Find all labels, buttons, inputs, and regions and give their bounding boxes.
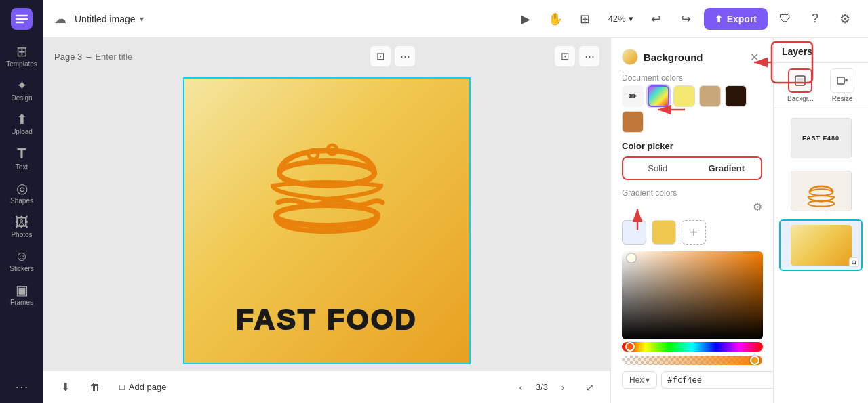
hex-format-button[interactable]: Hex ▾ (622, 371, 657, 389)
expand-button[interactable]: ⤢ (580, 378, 599, 397)
download-button[interactable]: ⬇ (54, 377, 76, 398)
redo-button[interactable]: ↪ (674, 7, 698, 31)
doc-title[interactable]: Untitled image ▾ (75, 14, 144, 24)
hex-format-label: Hex (629, 375, 644, 385)
sidebar-item-more[interactable]: ⋯ (3, 376, 41, 398)
undo-button[interactable]: ↩ (644, 7, 669, 31)
solid-gradient-tabs: Solid Gradient (622, 156, 762, 180)
next-page-button[interactable]: › (553, 378, 572, 397)
sidebar-item-stickers[interactable]: ☺ Stickers (3, 245, 41, 276)
layer-item-text[interactable]: FAST F480 (779, 114, 863, 163)
gradient-stops-row: ⚙ (622, 200, 762, 213)
color-picker-area[interactable] (622, 251, 762, 339)
doc-title-chevron-icon: ▾ (140, 14, 144, 24)
panel-header: Background ✕ (622, 49, 762, 65)
yellow-swatch[interactable] (673, 85, 695, 107)
background-tool-button[interactable] (788, 68, 812, 93)
color-picker-section: Color picker Solid Gradient Gradient col… (622, 141, 762, 389)
gradient-tab[interactable]: Gradient (692, 158, 762, 179)
more-icon: ⋯ (15, 380, 28, 394)
help-button[interactable]: ? (803, 7, 827, 31)
gradient-settings-icon[interactable]: ⚙ (753, 200, 762, 213)
sidebar-item-templates[interactable]: ⊞ Templates (3, 41, 41, 72)
color-gradient-canvas[interactable] (622, 251, 763, 339)
burger-illustration (252, 99, 401, 248)
close-panel-button[interactable]: ✕ (746, 49, 762, 65)
document-colors-section: Document colors ✏ (622, 73, 762, 133)
canvas-content[interactable]: FAST FOOD (43, 38, 610, 403)
add-page-icon: □ (119, 382, 125, 392)
layer-item-background[interactable]: ⊡ (779, 219, 863, 271)
fit-screen-button[interactable]: ⊡ (370, 46, 391, 66)
page-more-button[interactable]: ⋯ (579, 46, 599, 66)
sidebar-item-shapes[interactable]: ◎ Shapes (3, 177, 41, 209)
add-gradient-stop-button[interactable]: + (682, 220, 706, 245)
gradient-stop-yellow[interactable] (652, 220, 676, 245)
main-area: Page 3 – ⊡ ⋯ ⊡ ⋯ (43, 38, 868, 403)
background-tool-group: Backgr... (787, 68, 814, 102)
frames-icon: ▣ (16, 283, 28, 297)
dark-brown-swatch[interactable] (725, 85, 747, 107)
layers-header: Layers (774, 38, 868, 63)
layer-thumb-text: FAST F480 (791, 118, 852, 158)
trash-button[interactable]: 🗑 (84, 377, 106, 398)
layers-title: Layers (782, 46, 812, 57)
page-nav: ‹ 3/3 › (511, 378, 572, 397)
shield-button[interactable]: 🛡 (773, 7, 797, 31)
upload-icon: ⬆ (16, 112, 28, 126)
add-page-button[interactable]: □ Add page (114, 379, 172, 395)
alpha-thumb (750, 356, 760, 365)
text-label: Text (16, 163, 28, 171)
stickers-label: Stickers (9, 265, 34, 272)
logo-button[interactable] (8, 5, 35, 33)
hue-slider[interactable] (622, 342, 763, 352)
zoom-selector[interactable]: 42% ▾ (603, 11, 639, 26)
resize-tool-button[interactable] (830, 68, 854, 93)
shapes-label: Shapes (10, 197, 33, 205)
page-title-input[interactable] (95, 51, 209, 62)
more-options-button[interactable]: ⋯ (395, 46, 415, 66)
page-current: 3 (536, 382, 540, 392)
fast-food-text: FAST FOOD (236, 303, 417, 336)
solid-tab[interactable]: Solid (623, 158, 692, 179)
sidebar-item-frames[interactable]: ▣ Frames (3, 279, 41, 310)
cursor-tool-button[interactable]: ▶ (513, 7, 538, 31)
design-icon: ✦ (16, 79, 28, 92)
sidebar-item-photos[interactable]: 🖼 Photos (3, 211, 41, 242)
design-label: Design (11, 94, 32, 102)
medium-brown-swatch[interactable] (622, 111, 644, 133)
settings-button[interactable]: ⚙ (833, 7, 857, 31)
page-context-button[interactable]: ⊡ (555, 46, 575, 66)
background-color-preview (622, 49, 638, 65)
stickers-icon: ☺ (15, 249, 28, 263)
sidebar-item-design[interactable]: ✦ Design (3, 75, 41, 106)
page-count: 3/3 (536, 382, 548, 392)
top-bar: ☁ Untitled image ▾ ▶ ✋ ⊞ 42% ▾ ↩ ↪ ⬆ Exp… (43, 0, 868, 38)
background-layer-badge: ⊡ (849, 257, 859, 267)
sidebar-item-text[interactable]: T Text (3, 142, 41, 175)
layout-button[interactable]: ⊞ (573, 7, 597, 31)
hand-tool-button[interactable]: ✋ (543, 7, 568, 31)
layer-thumb-background (791, 225, 852, 266)
color-picker-label: Color picker (622, 141, 762, 151)
templates-icon: ⊞ (16, 45, 28, 58)
export-button[interactable]: ⬆ Export (704, 8, 768, 30)
layer-tools: Backgr... Resize (774, 63, 868, 108)
export-icon: ⬆ (715, 14, 723, 24)
hex-value-input[interactable] (661, 371, 773, 389)
tan-swatch[interactable] (699, 85, 721, 107)
svg-point-7 (276, 205, 378, 226)
layers-list: FAST F480 (774, 108, 868, 403)
alpha-slider[interactable] (622, 356, 762, 365)
canvas-frame[interactable]: FAST FOOD (183, 77, 471, 364)
photos-label: Photos (11, 231, 32, 238)
prev-page-button[interactable]: ‹ (511, 378, 530, 397)
export-label: Export (727, 14, 757, 24)
sidebar-item-upload[interactable]: ⬆ Upload (3, 108, 41, 140)
eyedropper-button[interactable]: ✏ (622, 85, 644, 107)
photos-icon: 🖼 (15, 215, 28, 229)
panel-title-group: Background (622, 49, 703, 65)
layer-item-burger[interactable] (779, 167, 863, 215)
gradient-stop-white[interactable] (622, 220, 646, 245)
gradient-swatch[interactable] (648, 85, 669, 107)
